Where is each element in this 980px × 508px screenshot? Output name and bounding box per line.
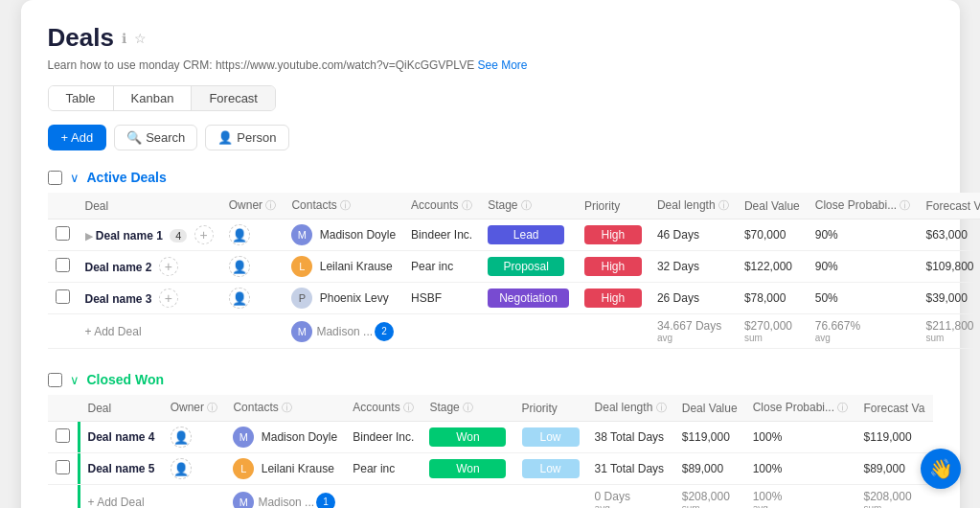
table-row: Deal name 4 👤 M Madison Doyle Bindeer In…	[48, 422, 933, 453]
support-icon: 👋	[929, 457, 953, 480]
owner-avatar: 👤	[229, 224, 250, 245]
contact-avatar: L	[233, 458, 254, 479]
col-priority: Priority	[577, 193, 650, 219]
search-button[interactable]: 🔍 Search	[114, 125, 197, 150]
priority-badge: High	[584, 225, 642, 244]
add-contact-icon[interactable]: +	[159, 289, 178, 308]
priority-badge: High	[584, 257, 642, 276]
col-accounts: Accounts ⓘ	[403, 193, 480, 219]
col-deal-value: Deal Value	[674, 395, 745, 422]
close-prob: 100%	[745, 422, 856, 453]
search-label: Search	[146, 130, 185, 145]
deal-length: 38 Total Days	[587, 422, 674, 453]
contact-name: Madison Doyle	[262, 430, 337, 444]
row-checkbox[interactable]	[56, 460, 70, 474]
col-accounts: Accounts ⓘ	[345, 395, 422, 422]
col-owner: Owner ⓘ	[221, 193, 285, 219]
stage-badge: Proposal	[488, 257, 564, 276]
add-deal-row: + Add Deal M Madison ... 2 34.667 Daysav…	[48, 314, 981, 349]
deal-count: 4	[170, 229, 187, 242]
active-deals-table: Deal Owner ⓘ Contacts ⓘ Accounts ⓘ Stage…	[48, 193, 981, 349]
deal-length: 46 Days	[650, 219, 737, 251]
summary-close-prob: 76.667%avg	[808, 314, 919, 349]
subtitle: Learn how to use monday CRM: https://www…	[48, 58, 933, 72]
see-more-link[interactable]: See More	[478, 58, 528, 72]
col-forecast-val: Forecast Va	[856, 395, 933, 422]
page-title: Deals	[48, 23, 114, 53]
avatar-count-closed: 1	[316, 493, 335, 509]
summary-forecast-val-closed: $208,000sum	[856, 485, 933, 509]
contact-name: Phoenix Levy	[320, 291, 389, 305]
active-deals-header: ∨ Active Deals	[48, 170, 933, 185]
add-deal-row-closed: + Add Deal M Madison ... 1 0 Daysavg	[48, 485, 933, 509]
priority-badge: Low	[522, 427, 580, 447]
priority-badge: High	[584, 289, 642, 308]
tabs-bar: Table Kanban Forecast	[48, 85, 276, 111]
table-row: Deal name 3 + 👤 P Phoenix Levy HSBF Nego…	[48, 283, 981, 314]
account-name: Pear inc	[403, 251, 480, 283]
summary-deal-length-closed: 0 Daysavg	[587, 485, 674, 509]
closed-won-section: ∨ Closed Won Deal Owner ⓘ Contacts ⓘ Acc…	[48, 372, 933, 508]
contact-avatar: M	[233, 427, 254, 448]
closed-won-chevron[interactable]: ∨	[70, 373, 80, 387]
active-deals-checkbox[interactable]	[48, 171, 62, 185]
add-deal-label[interactable]: + Add Deal	[78, 314, 221, 349]
add-contact-icon[interactable]: +	[159, 257, 178, 276]
deal-length: 31 Total Days	[587, 453, 674, 485]
summary-close-prob-closed: 100%avg	[745, 485, 856, 509]
person-button[interactable]: 👤 Person	[205, 125, 288, 150]
add-deal-label-closed[interactable]: + Add Deal	[80, 485, 163, 509]
stage-badge: Lead	[488, 225, 564, 244]
row-checkbox[interactable]	[56, 428, 70, 443]
tab-table[interactable]: Table	[49, 86, 114, 110]
row-checkbox[interactable]	[56, 226, 70, 241]
star-icon[interactable]: ☆	[134, 31, 147, 46]
account-name: Bindeer Inc.	[403, 219, 480, 251]
active-deals-section: ∨ Active Deals Deal Owner ⓘ Contacts ⓘ A…	[48, 170, 933, 349]
deal-value: $70,000	[737, 219, 808, 251]
closed-won-table: Deal Owner ⓘ Contacts ⓘ Accounts ⓘ Stage…	[48, 395, 933, 508]
tab-kanban[interactable]: Kanban	[114, 86, 193, 110]
tab-forecast[interactable]: Forecast	[192, 86, 275, 110]
deal-value: $122,000	[737, 251, 808, 283]
add-contact-icon[interactable]: +	[194, 225, 214, 244]
deal-name: Deal name 3	[85, 292, 152, 306]
expand-icon[interactable]: ▶	[85, 230, 93, 242]
col-deal: Deal	[78, 193, 221, 219]
contact-name: Leilani Krause	[320, 260, 393, 273]
active-deals-chevron[interactable]: ∨	[70, 171, 80, 185]
close-prob: 100%	[745, 453, 856, 485]
person-icon: 👤	[217, 130, 233, 145]
row-checkbox[interactable]	[56, 258, 70, 272]
forecast-val: $109,800	[918, 251, 980, 283]
col-stage: Stage ⓘ	[422, 395, 513, 422]
col-owner: Owner ⓘ	[163, 395, 226, 422]
active-deals-title: Active Deals	[87, 170, 167, 185]
col-priority: Priority	[514, 395, 587, 422]
closed-won-title: Closed Won	[87, 372, 165, 387]
deal-length: 32 Days	[650, 251, 737, 283]
info-icon[interactable]: ℹ	[122, 31, 126, 46]
contact-avatar: L	[291, 256, 312, 277]
toolbar: + Add 🔍 Search 👤 Person	[48, 125, 933, 150]
add-button[interactable]: + Add	[48, 125, 107, 150]
deal-name: Deal name 2	[85, 261, 152, 274]
summary-deal-length: 34.667 Daysavg	[650, 314, 737, 349]
support-button[interactable]: 👋	[921, 449, 961, 489]
col-deal-length: Deal length ⓘ	[587, 395, 674, 422]
summary-forecast-val: $211,800sum	[918, 314, 980, 349]
priority-badge: Low	[522, 459, 580, 478]
owner-avatar: 👤	[229, 256, 250, 277]
close-prob: 50%	[808, 283, 919, 314]
col-close-prob: Close Probabi... ⓘ	[745, 395, 856, 422]
owner-avatar: 👤	[171, 458, 192, 479]
deal-name: Deal name 4	[88, 430, 155, 444]
owner-avatar: 👤	[229, 288, 250, 309]
closed-won-checkbox[interactable]	[48, 373, 62, 387]
deal-value: $89,000	[674, 453, 745, 485]
row-checkbox[interactable]	[56, 289, 70, 304]
account-name: HSBF	[403, 283, 480, 314]
owner-avatar: 👤	[171, 427, 192, 448]
search-icon: 🔍	[126, 130, 142, 145]
forecast-val: $39,000	[918, 283, 980, 314]
